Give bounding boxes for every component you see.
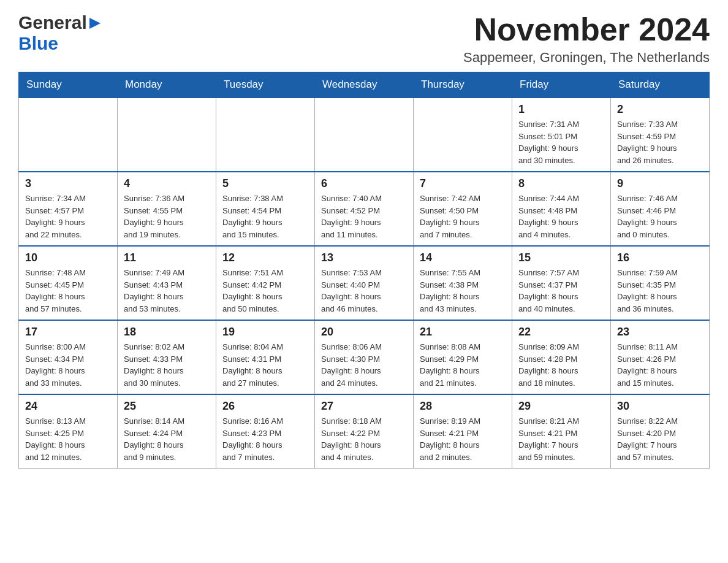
- day-info: Sunrise: 7:49 AM Sunset: 4:43 PM Dayligh…: [124, 267, 210, 315]
- day-info: Sunrise: 7:59 AM Sunset: 4:35 PM Dayligh…: [617, 267, 703, 315]
- day-info: Sunrise: 8:18 AM Sunset: 4:22 PM Dayligh…: [321, 415, 407, 463]
- calendar-cell: 4Sunrise: 7:36 AM Sunset: 4:55 PM Daylig…: [118, 172, 216, 246]
- calendar-cell: 24Sunrise: 8:13 AM Sunset: 4:25 PM Dayli…: [19, 394, 118, 469]
- day-number: 16: [617, 251, 703, 264]
- day-info: Sunrise: 7:36 AM Sunset: 4:55 PM Dayligh…: [124, 193, 210, 240]
- day-info: Sunrise: 7:38 AM Sunset: 4:54 PM Dayligh…: [222, 193, 308, 240]
- header-friday: Friday: [512, 72, 611, 98]
- header-saturday: Saturday: [611, 72, 710, 98]
- calendar-cell: 28Sunrise: 8:19 AM Sunset: 4:21 PM Dayli…: [414, 394, 512, 469]
- day-info: Sunrise: 7:42 AM Sunset: 4:50 PM Dayligh…: [420, 193, 506, 240]
- day-number: 29: [518, 400, 604, 413]
- day-number: 9: [617, 177, 703, 190]
- day-number: 1: [518, 103, 604, 116]
- day-info: Sunrise: 7:44 AM Sunset: 4:48 PM Dayligh…: [518, 193, 604, 240]
- calendar-cell: 23Sunrise: 8:11 AM Sunset: 4:26 PM Dayli…: [611, 320, 710, 394]
- day-info: Sunrise: 7:46 AM Sunset: 4:46 PM Dayligh…: [617, 193, 703, 240]
- day-info: Sunrise: 7:34 AM Sunset: 4:57 PM Dayligh…: [25, 193, 111, 240]
- day-number: 18: [124, 326, 210, 339]
- week-row-4: 17Sunrise: 8:00 AM Sunset: 4:34 PM Dayli…: [19, 320, 710, 394]
- calendar-cell: 10Sunrise: 7:48 AM Sunset: 4:45 PM Dayli…: [19, 246, 118, 320]
- day-number: 26: [222, 400, 308, 413]
- day-number: 14: [420, 251, 506, 264]
- calendar-cell: 20Sunrise: 8:06 AM Sunset: 4:30 PM Dayli…: [315, 320, 414, 394]
- day-info: Sunrise: 8:16 AM Sunset: 4:23 PM Dayligh…: [222, 415, 308, 463]
- day-number: 17: [25, 326, 111, 339]
- calendar-cell: 19Sunrise: 8:04 AM Sunset: 4:31 PM Dayli…: [216, 320, 315, 394]
- location-subtitle: Sappemeer, Groningen, The Netherlands: [463, 50, 710, 66]
- calendar-cell: 12Sunrise: 7:51 AM Sunset: 4:42 PM Dayli…: [216, 246, 315, 320]
- day-info: Sunrise: 7:48 AM Sunset: 4:45 PM Dayligh…: [25, 267, 111, 315]
- calendar-cell: [414, 98, 512, 172]
- header-sunday: Sunday: [19, 72, 118, 98]
- calendar-cell: 17Sunrise: 8:00 AM Sunset: 4:34 PM Dayli…: [19, 320, 118, 394]
- calendar-cell: 13Sunrise: 7:53 AM Sunset: 4:40 PM Dayli…: [315, 246, 414, 320]
- day-info: Sunrise: 7:40 AM Sunset: 4:52 PM Dayligh…: [321, 193, 407, 240]
- calendar-cell: 14Sunrise: 7:55 AM Sunset: 4:38 PM Dayli…: [414, 246, 512, 320]
- week-row-1: 1Sunrise: 7:31 AM Sunset: 5:01 PM Daylig…: [19, 98, 710, 172]
- logo-general-text: General: [18, 12, 87, 33]
- header-tuesday: Tuesday: [216, 72, 315, 98]
- calendar-cell: 18Sunrise: 8:02 AM Sunset: 4:33 PM Dayli…: [118, 320, 216, 394]
- day-number: 2: [617, 103, 703, 116]
- calendar-cell: 26Sunrise: 8:16 AM Sunset: 4:23 PM Dayli…: [216, 394, 315, 469]
- header-wednesday: Wednesday: [315, 72, 414, 98]
- calendar-cell: 21Sunrise: 8:08 AM Sunset: 4:29 PM Dayli…: [414, 320, 512, 394]
- day-info: Sunrise: 7:33 AM Sunset: 4:59 PM Dayligh…: [617, 118, 703, 166]
- day-info: Sunrise: 8:00 AM Sunset: 4:34 PM Dayligh…: [25, 341, 111, 389]
- calendar-cell: 6Sunrise: 7:40 AM Sunset: 4:52 PM Daylig…: [315, 172, 414, 246]
- weekday-header-row: Sunday Monday Tuesday Wednesday Thursday…: [19, 72, 710, 98]
- calendar-cell: 7Sunrise: 7:42 AM Sunset: 4:50 PM Daylig…: [414, 172, 512, 246]
- day-number: 8: [518, 177, 604, 190]
- calendar-cell: 9Sunrise: 7:46 AM Sunset: 4:46 PM Daylig…: [611, 172, 710, 246]
- day-number: 13: [321, 251, 407, 264]
- calendar-cell: 25Sunrise: 8:14 AM Sunset: 4:24 PM Dayli…: [118, 394, 216, 469]
- day-number: 15: [518, 251, 604, 264]
- calendar-cell: 30Sunrise: 8:22 AM Sunset: 4:20 PM Dayli…: [611, 394, 710, 469]
- day-number: 11: [124, 251, 210, 264]
- calendar-cell: [19, 98, 118, 172]
- day-number: 22: [518, 326, 604, 339]
- day-number: 20: [321, 326, 407, 339]
- month-title: November 2024: [463, 12, 710, 47]
- day-info: Sunrise: 8:08 AM Sunset: 4:29 PM Dayligh…: [420, 341, 506, 389]
- day-info: Sunrise: 8:21 AM Sunset: 4:21 PM Dayligh…: [518, 415, 604, 463]
- calendar-cell: 1Sunrise: 7:31 AM Sunset: 5:01 PM Daylig…: [512, 98, 611, 172]
- day-info: Sunrise: 8:04 AM Sunset: 4:31 PM Dayligh…: [222, 341, 308, 389]
- day-info: Sunrise: 8:19 AM Sunset: 4:21 PM Dayligh…: [420, 415, 506, 463]
- day-info: Sunrise: 7:55 AM Sunset: 4:38 PM Dayligh…: [420, 267, 506, 315]
- day-number: 30: [617, 400, 703, 413]
- day-number: 7: [420, 177, 506, 190]
- day-info: Sunrise: 8:06 AM Sunset: 4:30 PM Dayligh…: [321, 341, 407, 389]
- day-number: 5: [222, 177, 308, 190]
- day-number: 4: [124, 177, 210, 190]
- day-number: 23: [617, 326, 703, 339]
- week-row-2: 3Sunrise: 7:34 AM Sunset: 4:57 PM Daylig…: [19, 172, 710, 246]
- svg-marker-0: [89, 18, 100, 29]
- calendar-cell: 8Sunrise: 7:44 AM Sunset: 4:48 PM Daylig…: [512, 172, 611, 246]
- day-info: Sunrise: 7:57 AM Sunset: 4:37 PM Dayligh…: [518, 267, 604, 315]
- calendar-cell: 2Sunrise: 7:33 AM Sunset: 4:59 PM Daylig…: [611, 98, 710, 172]
- day-info: Sunrise: 7:51 AM Sunset: 4:42 PM Dayligh…: [222, 267, 308, 315]
- calendar-table: Sunday Monday Tuesday Wednesday Thursday…: [18, 72, 710, 469]
- calendar-cell: 11Sunrise: 7:49 AM Sunset: 4:43 PM Dayli…: [118, 246, 216, 320]
- day-info: Sunrise: 8:14 AM Sunset: 4:24 PM Dayligh…: [124, 415, 210, 463]
- day-info: Sunrise: 8:13 AM Sunset: 4:25 PM Dayligh…: [25, 415, 111, 463]
- calendar-cell: 29Sunrise: 8:21 AM Sunset: 4:21 PM Dayli…: [512, 394, 611, 469]
- day-number: 3: [25, 177, 111, 190]
- week-row-5: 24Sunrise: 8:13 AM Sunset: 4:25 PM Dayli…: [19, 394, 710, 469]
- header-monday: Monday: [118, 72, 216, 98]
- page-header: General Blue November 2024 Sappemeer, Gr…: [18, 12, 710, 66]
- day-number: 10: [25, 251, 111, 264]
- title-area: November 2024 Sappemeer, Groningen, The …: [463, 12, 710, 66]
- day-info: Sunrise: 8:22 AM Sunset: 4:20 PM Dayligh…: [617, 415, 703, 463]
- day-number: 21: [420, 326, 506, 339]
- calendar-cell: [118, 98, 216, 172]
- day-number: 19: [222, 326, 308, 339]
- week-row-3: 10Sunrise: 7:48 AM Sunset: 4:45 PM Dayli…: [19, 246, 710, 320]
- calendar-cell: 15Sunrise: 7:57 AM Sunset: 4:37 PM Dayli…: [512, 246, 611, 320]
- calendar-cell: 5Sunrise: 7:38 AM Sunset: 4:54 PM Daylig…: [216, 172, 315, 246]
- calendar-cell: [315, 98, 414, 172]
- day-info: Sunrise: 8:02 AM Sunset: 4:33 PM Dayligh…: [124, 341, 210, 389]
- day-number: 28: [420, 400, 506, 413]
